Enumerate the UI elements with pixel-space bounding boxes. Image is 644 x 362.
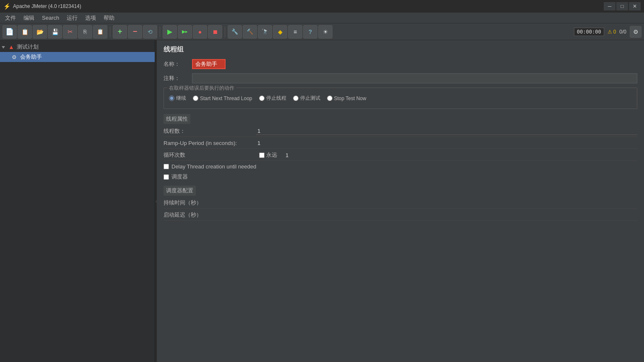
error-action-radio-group: 继续 Start Next Thread Loop 停止线程 停止测试 Stop… — [169, 92, 632, 104]
duration-input[interactable] — [256, 199, 637, 207]
startup-delay-label: 启动延迟（秒） — [164, 211, 256, 219]
radio-stop-test-now[interactable]: Stop Test Now — [327, 96, 366, 101]
new-button[interactable]: 📄 — [3, 25, 17, 39]
script2-icon: 🔨 — [247, 28, 253, 35]
shutdown-icon: ⏹ — [212, 28, 218, 35]
copy-button[interactable]: ⎘ — [78, 25, 92, 39]
error-action-section: 在取样器错误后要执行的动作 继续 Start Next Thread Loop … — [164, 88, 637, 109]
scheduler-checkbox[interactable] — [164, 174, 169, 180]
tree-item-root[interactable]: ▲ 测试计划 — [0, 42, 155, 52]
radio-stop-test-label: 停止测试 — [300, 95, 320, 102]
menu-run[interactable]: 运行 — [63, 13, 81, 23]
error-count: 0/0 — [619, 29, 626, 35]
stop-icon: ● — [198, 28, 202, 35]
radio-stop-test[interactable]: 停止测试 — [293, 95, 320, 102]
thread-count-row: 线程数： — [164, 127, 637, 137]
forever-checkbox[interactable] — [259, 153, 265, 158]
forever-checkbox-label[interactable]: 永远 — [259, 151, 277, 159]
loop-count-row: 循环次数 永远 — [164, 151, 637, 161]
stop-button[interactable]: ● — [193, 25, 207, 39]
radio-continue-input[interactable] — [169, 96, 174, 101]
cut-button[interactable]: ✂ — [63, 25, 77, 39]
thread-count-label: 线程数： — [164, 127, 256, 135]
delay-creation-checkbox[interactable] — [164, 164, 169, 169]
new-icon: 📄 — [5, 28, 14, 36]
comment-row: 注释： — [164, 73, 637, 83]
startup-delay-input[interactable] — [256, 212, 637, 219]
radio-stop-test-input[interactable] — [293, 96, 299, 101]
tree-expand-icon — [2, 45, 7, 49]
shutdown-button[interactable]: ⏹ — [208, 25, 222, 39]
remove-icon: − — [133, 27, 138, 36]
right-panel: 线程组 名称： 注释： 在取样器错误后要执行的动作 继续 Start Next … — [157, 40, 644, 362]
radio-start-next-label: Start Next Thread Loop — [200, 96, 252, 101]
template-button[interactable]: 📋 — [18, 25, 32, 39]
loop-count-input[interactable] — [284, 152, 309, 159]
radio-start-next-input[interactable] — [193, 96, 198, 101]
start-no-pause-icon: ▶▸ — [182, 29, 188, 34]
maximize-button[interactable]: □ — [616, 2, 628, 10]
ramp-up-row: Ramp-Up Period (in seconds): — [164, 140, 637, 149]
script2-button[interactable]: 🔨 — [243, 25, 257, 39]
name-row: 名称： — [164, 59, 637, 69]
ramp-up-label: Ramp-Up Period (in seconds): — [164, 140, 256, 146]
menu-bar: 文件 编辑 Search 运行 选项 帮助 — [0, 13, 644, 23]
menu-search[interactable]: Search — [39, 14, 62, 22]
thread-properties-section: 线程属性 线程数： Ramp-Up Period (in seconds): 循… — [164, 114, 637, 181]
menu-help[interactable]: 帮助 — [100, 13, 118, 23]
settings-icon: ⚙ — [633, 28, 639, 35]
log-button[interactable]: ≡ — [288, 25, 302, 39]
thread-count-input[interactable] — [256, 127, 637, 135]
startup-delay-row: 启动延迟（秒） — [164, 211, 637, 221]
toolbar: 📄 📋 📂 💾 ✂ ⎘ 📋 + − ⟲ ▶ ▶▸ ● — [0, 23, 644, 40]
clear-button[interactable]: ⟲ — [143, 25, 157, 39]
remote-button[interactable]: 🔭 — [258, 25, 272, 39]
settings-button[interactable]: ⚙ — [630, 26, 641, 38]
add-button[interactable]: + — [113, 25, 127, 39]
comment-label: 注释： — [164, 75, 189, 82]
warning-icon: ⚠ — [608, 29, 612, 35]
script1-button[interactable]: 🔧 — [228, 25, 242, 39]
report-button[interactable]: ◆ — [273, 25, 287, 39]
save-button[interactable]: 💾 — [48, 25, 62, 39]
log-icon: ≡ — [293, 28, 297, 35]
radio-stop-thread[interactable]: 停止线程 — [259, 95, 286, 102]
clear-icon: ⟲ — [148, 28, 153, 35]
remove-button[interactable]: − — [128, 25, 142, 39]
test-plan-icon: ▲ — [8, 44, 14, 50]
open-button[interactable]: 📂 — [33, 25, 47, 39]
tree-item-thread-group[interactable]: ⚙ 会务助手 — [0, 52, 155, 62]
menu-options[interactable]: 选项 — [82, 13, 99, 23]
radio-stop-thread-input[interactable] — [259, 96, 265, 101]
start-no-pause-button[interactable]: ▶▸ — [178, 25, 192, 39]
radio-continue[interactable]: 继续 — [169, 95, 186, 102]
title-bar-title: Apache JMeter (4.0 r1823414) — [13, 3, 81, 9]
scheduler-config-title: 调度器配置 — [164, 186, 196, 196]
radio-start-next[interactable]: Start Next Thread Loop — [193, 96, 252, 101]
delay-creation-row: Delay Thread creation until needed — [164, 163, 637, 170]
close-button[interactable]: ✕ — [629, 2, 641, 10]
warning-badge: ⚠ 0 — [608, 29, 616, 35]
help-button[interactable]: ? — [303, 25, 317, 39]
ramp-up-input[interactable] — [256, 140, 637, 147]
start-button[interactable]: ▶ — [163, 25, 177, 39]
error-badge: 0/0 — [619, 29, 626, 35]
menu-edit[interactable]: 编辑 — [20, 13, 38, 23]
radio-stop-thread-label: 停止线程 — [266, 95, 286, 102]
minimize-button[interactable]: ─ — [604, 2, 615, 10]
open-icon: 📂 — [36, 28, 44, 35]
radio-continue-label: 继续 — [176, 95, 186, 102]
warning-count: 0 — [613, 29, 616, 35]
toolbar-time: 00:00:00 ⚠ 0 0/0 ⚙ — [574, 26, 641, 38]
paste-button[interactable]: 📋 — [93, 25, 107, 39]
duration-row: 持续时间（秒） — [164, 199, 637, 209]
comment-input[interactable] — [192, 73, 637, 83]
theme-button[interactable]: ☀ — [318, 25, 332, 39]
tree-container: ▲ 测试计划 ⚙ 会务助手 — [0, 40, 155, 64]
name-input[interactable] — [192, 59, 226, 69]
radio-stop-test-now-input[interactable] — [327, 96, 332, 101]
main-layout: ▲ 测试计划 ⚙ 会务助手 · · · 线程组 名称： 注释： — [0, 40, 644, 362]
help-icon: ? — [309, 28, 312, 35]
menu-file[interactable]: 文件 — [2, 13, 19, 23]
left-panel: ▲ 测试计划 ⚙ 会务助手 — [0, 40, 155, 362]
